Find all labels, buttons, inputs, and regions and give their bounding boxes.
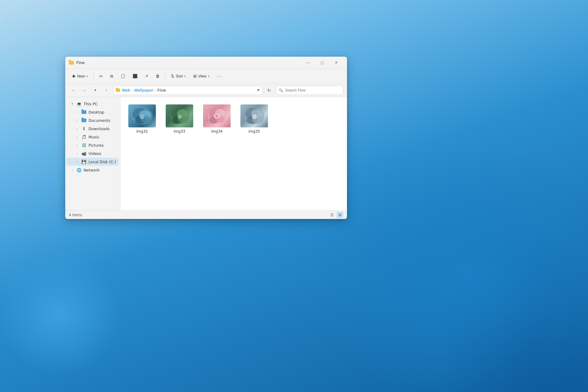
sidebar-label-local-disk: Local Disk (C:) — [89, 160, 116, 164]
file-item-img34[interactable]: img34 — [200, 102, 234, 136]
sidebar-item-network[interactable]: › 🌐 Network — [66, 166, 119, 174]
content-area: ▾ 💻 This PC › Desktop › Docum — [65, 97, 347, 210]
file-label-img32: img32 — [136, 129, 148, 134]
downloads-chevron-icon: › — [75, 126, 79, 131]
sidebar: ▾ 💻 This PC › Desktop › Docum — [65, 97, 120, 210]
file-label-img33: img33 — [174, 129, 185, 134]
sidebar-item-documents[interactable]: › Documents — [66, 116, 119, 124]
sidebar-label-music: Music — [89, 135, 100, 139]
sidebar-item-desktop[interactable]: › Desktop — [66, 108, 119, 116]
breadcrumb-bar[interactable]: Web › Wallpaper › Flow ▼ — [113, 86, 262, 95]
music-chevron-icon: › — [75, 135, 79, 139]
file-thumbnail-img33 — [166, 104, 193, 127]
up-button[interactable]: ↑ — [102, 86, 111, 95]
breadcrumb-part-wallpaper: Wallpaper — [134, 88, 153, 92]
window-title: Flow — [76, 61, 301, 65]
file-thumbnail-img34 — [203, 104, 231, 127]
grid-view-button[interactable]: ⊞ — [337, 212, 343, 218]
delete-button[interactable]: 🗑 — [153, 72, 163, 80]
file-item-img35[interactable]: img35 — [237, 102, 271, 136]
sidebar-label-documents: Documents — [89, 118, 110, 123]
sidebar-label-pictures: Pictures — [89, 143, 104, 148]
thumb-svg-img33 — [166, 104, 193, 127]
back-button[interactable]: ← — [69, 86, 77, 95]
thumb-svg-img34 — [203, 104, 231, 127]
window-folder-icon — [69, 60, 74, 65]
sidebar-label-downloads: Downloads — [89, 126, 110, 131]
breadcrumb-part-flow: Flow — [157, 88, 166, 92]
list-view-button[interactable]: ☰ — [329, 212, 335, 218]
search-icon: 🔍 — [279, 88, 283, 92]
view-chevron-icon: ▾ — [208, 75, 209, 78]
titlebar: Flow — □ ✕ — [65, 57, 347, 69]
thumb-svg-img32 — [128, 104, 156, 127]
copy-icon: ⧉ — [110, 74, 113, 79]
maximize-button[interactable]: □ — [315, 58, 329, 68]
desktop-icon-label: ... — [6, 17, 9, 21]
file-thumbnail-img35 — [240, 104, 268, 127]
pictures-chevron-icon: › — [75, 143, 79, 147]
minimize-button[interactable]: — — [301, 58, 315, 68]
computer-icon: 💻 — [76, 101, 82, 106]
view-icon: ⊞ — [193, 74, 197, 78]
file-label-img34: img34 — [211, 129, 223, 134]
addressbar: ← → ▼ ↑ Web › Wallpaper › Flow ▼ ↻ 🔍 — [65, 84, 347, 97]
file-grid: img32 img — [125, 102, 342, 136]
more-button[interactable]: ··· — [214, 72, 225, 80]
paste-button[interactable]: 📋 — [117, 72, 128, 80]
search-input[interactable] — [285, 88, 341, 92]
svg-point-5 — [140, 114, 145, 119]
documents-folder-icon — [81, 118, 87, 123]
sidebar-item-downloads[interactable]: › ⬇ Downloads — [66, 125, 119, 133]
sort-button[interactable]: ⇅ Sort ▾ — [168, 72, 189, 80]
new-button[interactable]: ✚ New ▾ — [69, 72, 91, 80]
breadcrumb-sep-1: › — [131, 88, 133, 92]
breadcrumb-sep-2: › — [155, 88, 156, 92]
cut-button[interactable]: ✂ — [96, 72, 106, 80]
videos-icon: 📹 — [81, 151, 87, 156]
rename-icon: ⬛ — [133, 74, 138, 78]
rename-button[interactable]: ⬛ — [130, 72, 141, 80]
plus-icon: ✚ — [72, 74, 76, 79]
breadcrumb-part-web: Web — [122, 88, 130, 92]
view-toggle-buttons: ☰ ⊞ — [329, 212, 343, 218]
refresh-button[interactable]: ↻ — [265, 86, 273, 95]
share-button[interactable]: ↗ — [142, 72, 151, 80]
window-controls: — □ ✕ — [301, 58, 343, 68]
expand-recent-button[interactable]: ▼ — [91, 86, 100, 95]
file-thumbnail-img32 — [128, 104, 156, 127]
item-count: 4 items — [69, 213, 82, 217]
ellipsis-icon: ··· — [217, 74, 222, 79]
sidebar-label-network: Network — [84, 168, 100, 172]
local-disk-chevron-icon: › — [75, 160, 79, 164]
pictures-icon: 🖼 — [81, 143, 87, 148]
svg-point-18 — [215, 115, 218, 118]
file-explorer-window: Flow — □ ✕ ✚ New ▾ ✂ ⧉ 📋 ⬛ ↗ 🗑 — [65, 57, 347, 219]
forward-button[interactable]: → — [80, 86, 89, 95]
sidebar-item-pictures[interactable]: › 🖼 Pictures — [66, 141, 119, 149]
close-button[interactable]: ✕ — [329, 58, 343, 68]
sidebar-label-videos: Videos — [89, 151, 101, 156]
music-icon: 🎵 — [81, 134, 87, 139]
file-item-img33[interactable]: img33 — [163, 102, 196, 136]
file-item-img32[interactable]: img32 — [125, 102, 159, 136]
svg-point-11 — [178, 115, 182, 119]
statusbar: 4 items ☰ ⊞ — [65, 210, 347, 219]
file-label-img35: img35 — [248, 129, 260, 134]
sidebar-item-music[interactable]: › 🎵 Music — [66, 133, 119, 141]
share-icon: ↗ — [145, 74, 148, 78]
disk-icon: 💾 — [81, 159, 87, 164]
desktop-chevron-icon: › — [75, 110, 79, 114]
search-box[interactable]: 🔍 — [276, 86, 343, 95]
sidebar-label-desktop: Desktop — [89, 110, 104, 115]
toolbar-separator-1 — [93, 72, 94, 81]
breadcrumb-chevron-icon: ▼ — [257, 88, 260, 92]
copy-button[interactable]: ⧉ — [107, 72, 116, 80]
new-chevron-icon: ▾ — [86, 75, 88, 78]
videos-chevron-icon: › — [75, 151, 79, 156]
sidebar-item-this-pc[interactable]: ▾ 💻 This PC — [66, 100, 119, 108]
paste-icon: 📋 — [120, 74, 125, 78]
sidebar-item-local-disk[interactable]: › 💾 Local Disk (C:) — [66, 158, 119, 166]
view-button[interactable]: ⊞ View ▾ — [190, 72, 213, 80]
sidebar-item-videos[interactable]: › 📹 Videos — [66, 149, 119, 157]
